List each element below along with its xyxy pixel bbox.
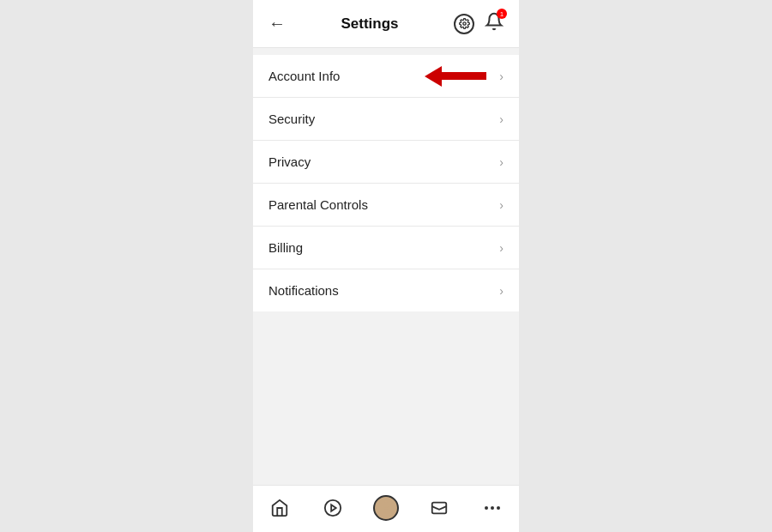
menu-label-account-info: Account Info [268,69,340,83]
menu-item-security[interactable]: Security › [253,98,519,141]
header: ← Settings 1 [253,0,519,48]
menu-item-parental-controls[interactable]: Parental Controls › [253,184,519,227]
chevron-right-icon: › [499,284,504,298]
avatar-icon [377,499,395,517]
tab-profile[interactable] [369,494,403,522]
tab-inbox[interactable] [422,494,456,522]
menu-item-notifications[interactable]: Notifications › [253,269,519,311]
menu-label-privacy: Privacy [268,154,311,169]
phone-container: ← Settings 1 Account Info [253,0,519,532]
menu-item-account-info[interactable]: Account Info › [253,55,519,98]
settings-menu: Account Info › Security › Privacy › Pare… [253,55,519,311]
more-dots-icon [485,506,500,510]
menu-item-privacy[interactable]: Privacy › [253,141,519,184]
svg-point-3 [383,502,389,508]
tab-bar [253,485,519,532]
svg-point-0 [462,22,465,25]
play-circle-icon [323,499,342,517]
chevron-right-icon: › [499,198,504,212]
avatar [373,495,399,521]
chevron-right-icon: › [499,155,504,169]
svg-marker-2 [331,505,336,511]
inbox-icon [430,499,449,517]
notification-bell-icon[interactable]: 1 [485,12,504,35]
arrow-head-icon [425,66,442,87]
chevron-right-icon: › [499,112,504,126]
menu-label-security: Security [268,112,315,126]
header-icons: 1 [454,12,504,35]
menu-label-billing: Billing [268,240,303,255]
chevron-right-icon: › [499,70,504,83]
menu-item-billing[interactable]: Billing › [253,227,519,269]
annotation-arrow [425,66,486,87]
svg-point-1 [325,500,341,516]
page-title: Settings [341,15,398,33]
tab-more[interactable] [475,494,510,522]
tab-home[interactable] [262,494,297,522]
arrow-body [442,72,486,80]
chevron-right-icon: › [499,241,504,255]
tab-explore[interactable] [316,494,350,522]
notification-badge: 1 [497,9,507,19]
home-icon [270,499,289,517]
menu-label-parental-controls: Parental Controls [268,197,368,212]
back-button[interactable]: ← [268,14,286,33]
gear-icon[interactable] [454,14,474,34]
menu-label-notifications: Notifications [268,283,339,298]
